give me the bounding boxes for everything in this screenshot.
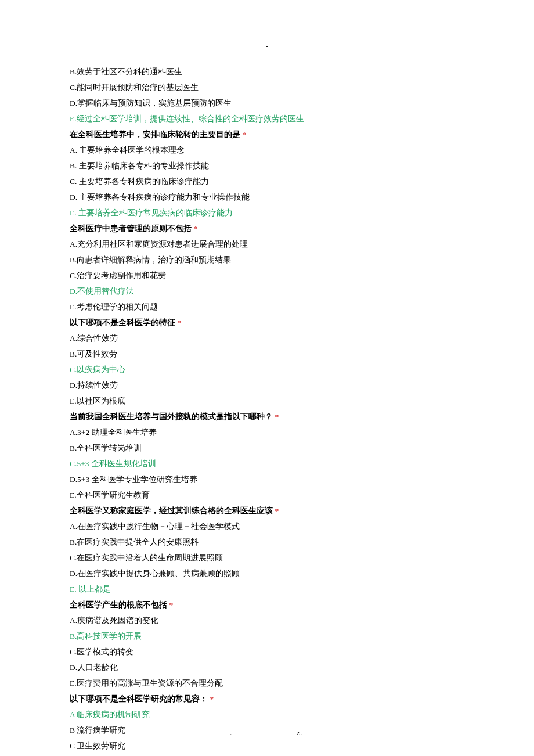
option-text: A. 主要培养全科医学的根本理念 bbox=[70, 142, 464, 158]
option-text: D.在医疗实践中提供身心兼顾、共病兼顾的照顾 bbox=[70, 566, 464, 581]
option-answer: E. 主要培养全科医疗常见疾病的临床诊疗能力 bbox=[70, 205, 464, 221]
required-star: * bbox=[275, 506, 279, 515]
option-text: C. 主要培养各专科疾病的临床诊疗能力 bbox=[70, 174, 464, 189]
option-answer: D.不使用替代疗法 bbox=[70, 283, 464, 299]
option-text: C.在医疗实践中沿着人的生命周期进展照顾 bbox=[70, 550, 464, 566]
footer-dot: . bbox=[230, 729, 294, 737]
required-star: * bbox=[210, 694, 214, 703]
option-text: C.医学模式的转变 bbox=[70, 644, 464, 660]
option-text: A.疾病谱及死因谱的变化 bbox=[70, 613, 464, 628]
option-text: A.充分利用社区和家庭资源对患者进展合理的处理 bbox=[70, 236, 464, 252]
footer-z: z. bbox=[297, 729, 304, 737]
option-text: C 卫生效劳研究 bbox=[70, 738, 464, 754]
option-text: A.综合性效劳 bbox=[70, 330, 464, 346]
option-text: A.3+2 助理全科医生培养 bbox=[70, 424, 464, 440]
option-text: C.能同时开展预防和治疗的基层医生 bbox=[70, 80, 464, 95]
required-star: * bbox=[169, 600, 173, 609]
option-text: B.全科医学转岗培训 bbox=[70, 440, 464, 456]
option-answer: E. 以上都是 bbox=[70, 581, 464, 597]
option-text: C.治疗要考虑副作用和花费 bbox=[70, 268, 464, 283]
page-footer: . z. bbox=[0, 729, 534, 737]
question-stem: 以下哪项不是全科医学的特征 * bbox=[70, 315, 464, 330]
question-text: 以下哪项不是全科医学的特征 bbox=[70, 318, 177, 327]
option-text: B.效劳于社区不分科的通科医生 bbox=[70, 64, 464, 80]
option-text: D.持续性效劳 bbox=[70, 377, 464, 393]
required-star: * bbox=[177, 318, 181, 327]
required-star: * bbox=[193, 224, 197, 233]
option-text: E.以社区为根底 bbox=[70, 393, 464, 409]
option-text: D.5+3 全科医学专业学位研究生培养 bbox=[70, 471, 464, 487]
option-text: D. 主要培养各专科疾病的诊疗能力和专业操作技能 bbox=[70, 189, 464, 205]
question-stem: 当前我国全科医生培养与国外接轨的模式是指以下哪种？ * bbox=[70, 409, 464, 424]
option-text: A.在医疗实践中践行生物－心理－社会医学模式 bbox=[70, 519, 464, 534]
required-star: * bbox=[275, 412, 279, 421]
option-answer: C.5+3 全科医生规化培训 bbox=[70, 456, 464, 471]
option-answer: B.高科技医学的开展 bbox=[70, 628, 464, 644]
question-stem: 在全科医生培养中，安排临床轮转的主要目的是 * bbox=[70, 127, 464, 142]
header-dash: - bbox=[0, 42, 534, 51]
option-text: D.掌握临床与预防知识，实施基层预防的医生 bbox=[70, 95, 464, 111]
option-text: B. 主要培养临床各专科的专业操作技能 bbox=[70, 158, 464, 174]
option-text: B.可及性效劳 bbox=[70, 346, 464, 362]
option-text: B.在医疗实践中提供全人的安康照料 bbox=[70, 534, 464, 550]
option-text: E.医疗费用的高涨与卫生资源的不合理分配 bbox=[70, 675, 464, 691]
question-stem: 全科医疗中患者管理的原则不包括 * bbox=[70, 221, 464, 236]
question-text: 全科医学又称家庭医学，经过其训练合格的全科医生应该 bbox=[70, 506, 275, 515]
option-text: E.考虑伦理学的相关问题 bbox=[70, 299, 464, 315]
question-text: 在全科医生培养中，安排临床轮转的主要目的是 bbox=[70, 130, 242, 139]
option-answer: A 临床疾病的机制研究 bbox=[70, 707, 464, 722]
question-stem: 以下哪项不是全科医学研究的常见容： * bbox=[70, 691, 464, 707]
question-text: 全科医学产生的根底不包括 bbox=[70, 600, 169, 609]
question-text: 以下哪项不是全科医学研究的常见容： bbox=[70, 694, 210, 703]
option-text: B.向患者详细解释病情，治疗的涵和预期结果 bbox=[70, 252, 464, 268]
question-text: 当前我国全科医生培养与国外接轨的模式是指以下哪种？ bbox=[70, 412, 275, 421]
required-star: * bbox=[242, 130, 246, 139]
question-text: 全科医疗中患者管理的原则不包括 bbox=[70, 224, 193, 233]
question-block: 在全科医生培养中，安排临床轮转的主要目的是 *A. 主要培养全科医学的根本理念B… bbox=[70, 127, 464, 754]
document-page: B.效劳于社区不分科的通科医生 C.能同时开展预防和治疗的基层医生 D.掌握临床… bbox=[0, 0, 534, 756]
option-answer: C.以疾病为中心 bbox=[70, 362, 464, 377]
option-text: E.全科医学研究生教育 bbox=[70, 487, 464, 503]
question-stem: 全科医学又称家庭医学，经过其训练合格的全科医生应该 * bbox=[70, 503, 464, 519]
option-answer: E.经过全科医学培训，提供连续性、综合性的全科医疗效劳的医生 bbox=[70, 111, 464, 127]
question-stem: 全科医学产生的根底不包括 * bbox=[70, 597, 464, 613]
option-text: D.人口老龄化 bbox=[70, 660, 464, 675]
